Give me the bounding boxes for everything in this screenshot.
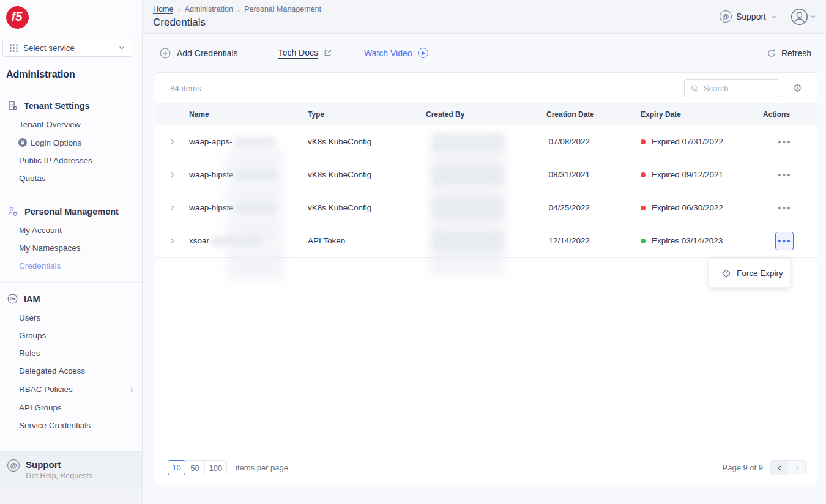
add-credentials-label: Add Credentials bbox=[177, 48, 238, 58]
chevron-down-icon bbox=[770, 13, 777, 20]
sidebar-support[interactable]: @ Support Get Help, Requests bbox=[0, 451, 142, 489]
section-header-iam[interactable]: IAM bbox=[0, 289, 142, 309]
sidebar-item-users[interactable]: Users bbox=[0, 309, 142, 327]
building-icon bbox=[7, 100, 18, 111]
select-service-dropdown[interactable]: Select service bbox=[2, 39, 132, 57]
item-label: My Account bbox=[19, 226, 62, 235]
key-circle-icon bbox=[7, 294, 18, 304]
sidebar-item-credentials[interactable]: Credentials bbox=[0, 257, 142, 275]
column-header-created-by[interactable]: Created By bbox=[426, 110, 544, 119]
tech-docs-label: Tech Docs bbox=[278, 48, 318, 59]
refresh-button[interactable]: Refresh bbox=[767, 48, 811, 58]
support-title: Support bbox=[26, 459, 92, 470]
table-header-bar: 84 items ⚙ bbox=[155, 73, 817, 103]
breadcrumb: Home › Administration › Personal Managem… bbox=[153, 5, 321, 14]
next-page-button[interactable] bbox=[788, 461, 805, 475]
item-label: Groups bbox=[19, 331, 46, 340]
refresh-icon bbox=[767, 48, 776, 58]
column-header-creation-date[interactable]: Creation Date bbox=[544, 110, 639, 119]
sidebar-item-roles[interactable]: Roles bbox=[0, 344, 142, 362]
credential-name: waap-hipste bbox=[189, 203, 234, 212]
item-label: RBAC Policies bbox=[19, 385, 130, 394]
sidebar-item-groups[interactable]: Groups bbox=[0, 327, 142, 344]
table-row: › waap-hipste vK8s KubeConfig 04/25/2022… bbox=[155, 191, 817, 224]
sidebar-item-service-credentials[interactable]: Service Credentials bbox=[0, 417, 142, 434]
f5-logo[interactable]: f5 ® bbox=[6, 6, 29, 29]
table-row: › xsoar API Token 12/14/2022 Expires 03/… bbox=[155, 224, 817, 258]
sidebar-item-api-groups[interactable]: API Groups bbox=[0, 399, 142, 417]
section-header-tenant-settings[interactable]: Tenant Settings bbox=[0, 95, 142, 116]
credential-name: xsoar bbox=[189, 236, 209, 245]
section-title: Personal Management bbox=[24, 207, 119, 217]
sidebar-item-login-options[interactable]: Login Options bbox=[0, 133, 142, 152]
sidebar-item-my-account[interactable]: My Account bbox=[0, 221, 142, 239]
expand-chevron-icon[interactable]: › bbox=[171, 136, 174, 146]
at-sign-icon: @ bbox=[720, 10, 732, 23]
previous-page-button[interactable] bbox=[771, 461, 788, 475]
sidebar-heading: Administration bbox=[6, 69, 136, 80]
expiry-text: Expired 07/31/2022 bbox=[652, 137, 723, 146]
chevron-down-icon bbox=[810, 13, 816, 20]
item-label: Credentials bbox=[19, 261, 61, 270]
page-size-10[interactable]: 10 bbox=[168, 460, 185, 475]
breadcrumb-home-link[interactable]: Home bbox=[153, 5, 173, 14]
chevron-right-icon: › bbox=[130, 384, 133, 395]
page-size-100[interactable]: 100 bbox=[204, 461, 226, 475]
expand-chevron-icon[interactable]: › bbox=[171, 169, 174, 179]
credential-type: vK8s KubeConfig bbox=[308, 203, 426, 212]
ellipsis-icon: ●●● bbox=[778, 205, 792, 211]
support-menu[interactable]: @ Support bbox=[720, 10, 777, 23]
table-settings-button[interactable]: ⚙ bbox=[793, 83, 802, 94]
ellipsis-icon: ●●● bbox=[778, 172, 792, 178]
page-size-50[interactable]: 50 bbox=[185, 461, 204, 475]
table-column-headers: Name Type Created By Creation Date Expir… bbox=[155, 103, 817, 125]
support-menu-label: Support bbox=[736, 12, 766, 21]
breadcrumb-separator: › bbox=[237, 5, 240, 14]
section-header-personal-management[interactable]: Personal Management bbox=[0, 201, 142, 221]
app-window: f5 ® Select service Administration bbox=[0, 0, 826, 504]
row-actions-button[interactable]: ●●● bbox=[775, 166, 794, 184]
item-label: Public IP Addresses bbox=[19, 156, 92, 165]
sidebar-item-quotas[interactable]: Quotas bbox=[0, 169, 142, 187]
redacted-created-by bbox=[432, 165, 504, 185]
column-header-name[interactable]: Name bbox=[189, 110, 308, 119]
f5-logo-text: f5 bbox=[12, 10, 23, 24]
force-expiry-menu-item[interactable]: Force Expiry bbox=[737, 269, 783, 278]
user-account-menu[interactable] bbox=[791, 8, 816, 26]
breadcrumb-administration: Administration bbox=[185, 5, 233, 13]
expiry-text: Expired 09/12/2021 bbox=[652, 170, 723, 179]
tech-docs-link[interactable]: Tech Docs bbox=[278, 48, 332, 59]
search-input[interactable] bbox=[703, 84, 772, 93]
items-count: 84 items bbox=[170, 84, 201, 93]
column-header-type[interactable]: Type bbox=[308, 110, 426, 119]
main-area: Home › Administration › Personal Managem… bbox=[143, 0, 826, 504]
credentials-table-card: 84 items ⚙ Name Type Created By Creation… bbox=[155, 72, 817, 484]
row-actions-button[interactable]: ●●● bbox=[775, 199, 794, 217]
item-label: Service Credentials bbox=[19, 421, 91, 430]
lock-circle-icon bbox=[18, 138, 28, 147]
expand-chevron-icon[interactable]: › bbox=[171, 202, 174, 212]
sidebar-nav: Tenant Settings Tenant Overview Login Op… bbox=[0, 89, 142, 451]
page-info: Page 9 of 9 bbox=[723, 463, 764, 472]
sidebar-item-my-namespaces[interactable]: My Namespaces bbox=[0, 239, 142, 257]
pagination-bar: 10 50 100 items per page Page 9 of 9 bbox=[168, 460, 806, 475]
column-header-actions: Actions bbox=[735, 110, 817, 119]
column-header-expiry-date[interactable]: Expiry Date bbox=[639, 110, 735, 119]
status-dot bbox=[641, 139, 646, 144]
expand-chevron-icon[interactable]: › bbox=[171, 235, 174, 245]
row-actions-button-open[interactable]: ●●● bbox=[775, 232, 794, 250]
sidebar-item-rbac-policies[interactable]: RBAC Policies › bbox=[0, 380, 142, 399]
sidebar-item-public-ip-addresses[interactable]: Public IP Addresses bbox=[0, 152, 142, 169]
row-actions-button[interactable]: ●●● bbox=[775, 133, 794, 151]
page-title: Credentials bbox=[153, 17, 321, 29]
sidebar-item-tenant-overview[interactable]: Tenant Overview bbox=[0, 116, 142, 133]
sidebar-item-delegated-access[interactable]: Delegated Access bbox=[0, 362, 142, 380]
add-credentials-button[interactable]: Add Credentials bbox=[160, 48, 238, 59]
row-actions-menu: Force Expiry bbox=[709, 258, 791, 288]
credential-type: vK8s KubeConfig bbox=[308, 137, 426, 146]
avatar-icon bbox=[791, 8, 808, 26]
watch-video-link[interactable]: Watch Video bbox=[364, 48, 428, 58]
item-label: API Groups bbox=[19, 403, 62, 412]
page-toolbar: Add Credentials Tech Docs Watch Video bbox=[143, 34, 826, 72]
ellipsis-icon: ●●● bbox=[778, 139, 792, 145]
